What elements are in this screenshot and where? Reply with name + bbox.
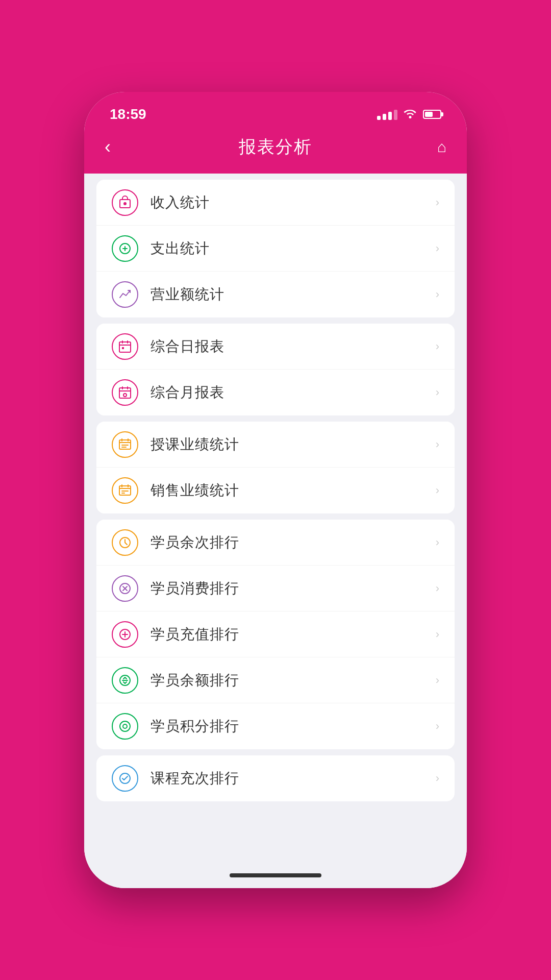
svg-rect-3 bbox=[119, 342, 131, 352]
menu-item-daily[interactable]: 综合日报表 › bbox=[96, 324, 455, 370]
content-area: 收入统计 › 支出统计 › bbox=[84, 174, 467, 863]
remaining-arrow: › bbox=[436, 536, 439, 549]
expense-arrow: › bbox=[436, 242, 439, 255]
phone-frame: 18:59 ‹ 报表分析 ⌂ bbox=[84, 92, 467, 888]
home-indicator-bar bbox=[84, 863, 467, 888]
recharge-label: 学员充值排行 bbox=[151, 625, 436, 644]
wifi-icon bbox=[404, 107, 417, 121]
balance-label: 学员余额排行 bbox=[151, 671, 436, 690]
expense-icon bbox=[112, 235, 138, 262]
balance-arrow: › bbox=[436, 674, 439, 687]
menu-item-balance[interactable]: 学员余额排行 › bbox=[96, 657, 455, 703]
bottom-spacer bbox=[84, 807, 467, 818]
revenue-arrow: › bbox=[436, 288, 439, 301]
course-recharge-arrow: › bbox=[436, 772, 439, 785]
teaching-label: 授课业绩统计 bbox=[151, 435, 436, 454]
income-label: 收入统计 bbox=[151, 193, 436, 212]
menu-item-remaining[interactable]: 学员余次排行 › bbox=[96, 520, 455, 566]
remaining-label: 学员余次排行 bbox=[151, 533, 436, 552]
menu-item-points[interactable]: 学员积分排行 › bbox=[96, 703, 455, 749]
revenue-label: 营业额统计 bbox=[151, 285, 436, 304]
card-group1: 收入统计 › 支出统计 › bbox=[96, 180, 455, 317]
menu-item-consume[interactable]: 学员消费排行 › bbox=[96, 566, 455, 611]
header: ‹ 报表分析 ⌂ bbox=[84, 128, 467, 174]
course-recharge-icon bbox=[112, 765, 138, 792]
menu-item-revenue[interactable]: 营业额统计 › bbox=[96, 272, 455, 317]
teaching-arrow: › bbox=[436, 438, 439, 451]
card-group2: 综合日报表 › 综合月报表 › bbox=[96, 324, 455, 415]
income-icon bbox=[112, 189, 138, 216]
menu-item-recharge[interactable]: 学员充值排行 › bbox=[96, 611, 455, 657]
sales-icon bbox=[112, 477, 138, 504]
monthly-arrow: › bbox=[436, 386, 439, 399]
home-indicator bbox=[230, 873, 321, 877]
points-label: 学员积分排行 bbox=[151, 717, 436, 736]
daily-icon bbox=[112, 333, 138, 360]
card-group5: 课程充次排行 › bbox=[96, 755, 455, 801]
card-group4: 学员余次排行 › 学员消费排行 › bbox=[96, 520, 455, 749]
menu-item-teaching[interactable]: 授课业绩统计 › bbox=[96, 422, 455, 468]
signal-icon bbox=[377, 109, 397, 120]
svg-point-1 bbox=[123, 202, 127, 205]
revenue-icon bbox=[112, 281, 138, 308]
status-icons bbox=[377, 107, 441, 121]
points-arrow: › bbox=[436, 720, 439, 733]
status-time: 18:59 bbox=[110, 106, 146, 122]
menu-item-expense[interactable]: 支出统计 › bbox=[96, 226, 455, 272]
balance-icon bbox=[112, 667, 138, 694]
menu-item-course-recharge[interactable]: 课程充次排行 › bbox=[96, 755, 455, 801]
battery-icon bbox=[423, 110, 441, 119]
svg-rect-4 bbox=[122, 347, 124, 349]
status-bar: 18:59 bbox=[84, 92, 467, 128]
consume-label: 学员消费排行 bbox=[151, 579, 436, 598]
income-arrow: › bbox=[436, 196, 439, 209]
card-group3: 授课业绩统计 › 销售业绩统计 › bbox=[96, 422, 455, 513]
svg-point-6 bbox=[123, 394, 127, 397]
back-button[interactable]: ‹ bbox=[105, 136, 130, 158]
daily-arrow: › bbox=[436, 340, 439, 353]
teaching-icon bbox=[112, 431, 138, 458]
course-recharge-label: 课程充次排行 bbox=[151, 769, 436, 788]
svg-point-14 bbox=[123, 724, 127, 728]
remaining-icon bbox=[112, 529, 138, 556]
consume-icon bbox=[112, 575, 138, 602]
svg-point-13 bbox=[120, 721, 130, 731]
daily-label: 综合日报表 bbox=[151, 337, 436, 356]
menu-item-monthly[interactable]: 综合月报表 › bbox=[96, 370, 455, 415]
menu-item-sales[interactable]: 销售业绩统计 › bbox=[96, 468, 455, 513]
monthly-icon bbox=[112, 379, 138, 406]
expense-label: 支出统计 bbox=[151, 239, 436, 258]
page-title: 报表分析 bbox=[239, 135, 312, 159]
monthly-label: 综合月报表 bbox=[151, 383, 436, 402]
sales-label: 销售业绩统计 bbox=[151, 481, 436, 500]
recharge-arrow: › bbox=[436, 628, 439, 641]
home-button[interactable]: ⌂ bbox=[421, 138, 446, 156]
menu-item-income[interactable]: 收入统计 › bbox=[96, 180, 455, 226]
consume-arrow: › bbox=[436, 582, 439, 595]
recharge-icon bbox=[112, 621, 138, 648]
sales-arrow: › bbox=[436, 484, 439, 497]
points-icon bbox=[112, 713, 138, 740]
